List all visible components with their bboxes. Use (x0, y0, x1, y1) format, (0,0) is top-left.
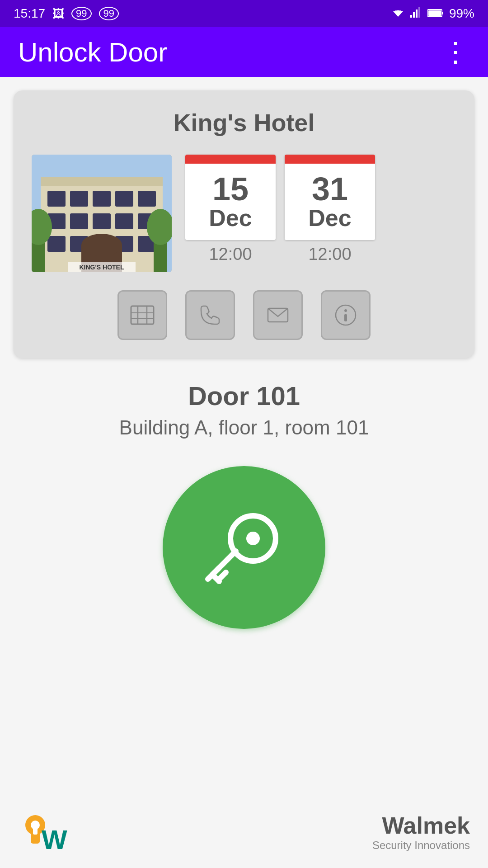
svg-rect-50 (33, 826, 38, 835)
date-card-header-checkout (285, 155, 375, 164)
svg-rect-6 (418, 7, 420, 18)
hotel-card: King's Hotel (14, 90, 474, 358)
svg-point-46 (246, 532, 260, 545)
svg-rect-14 (70, 191, 88, 207)
svg-rect-20 (93, 213, 111, 229)
footer: W Walmek Security Innovations (0, 809, 488, 854)
checkout-day: 31 (291, 173, 368, 205)
checkin-month: Dec (192, 205, 269, 231)
svg-rect-5 (416, 9, 418, 18)
dates-row: 15 Dec 31 Dec (185, 155, 375, 240)
svg-rect-36 (131, 306, 154, 324)
checkin-date-card[interactable]: 15 Dec (185, 155, 276, 240)
signal-icon (410, 6, 422, 21)
brand-tagline: Security Innovations (372, 839, 470, 852)
photo-icon: 🖼 (52, 7, 64, 21)
unlock-button-container (14, 466, 474, 629)
svg-text:W: W (42, 825, 67, 854)
date-card-body-checkout: 31 Dec (285, 164, 375, 240)
checkin-time: 12:00 (185, 245, 276, 264)
checkin-day: 15 (192, 173, 269, 205)
svg-point-29 (81, 234, 122, 256)
more-vertical-icon[interactable]: ⋮ (442, 36, 470, 68)
svg-rect-19 (70, 213, 88, 229)
status-bar-right: 99% (391, 6, 474, 21)
time-row: 12:00 12:00 (185, 245, 375, 264)
main-content: King's Hotel (0, 77, 488, 868)
battery-percent: 99% (449, 6, 474, 21)
notification-badge-2: 99 (99, 7, 119, 20)
hotel-image: KING'S HOTEL (32, 155, 172, 272)
svg-text:KING'S HOTEL: KING'S HOTEL (80, 264, 124, 271)
checkout-date-card[interactable]: 31 Dec (285, 155, 375, 240)
svg-line-45 (219, 572, 226, 579)
door-name: Door 101 (14, 381, 474, 411)
footer-logo-left: W (18, 809, 72, 854)
door-location: Building A, floor 1, room 101 (14, 416, 474, 439)
checkout-time: 12:00 (285, 245, 375, 264)
svg-rect-17 (138, 191, 156, 207)
svg-rect-4 (413, 12, 415, 18)
battery-icon (427, 6, 444, 21)
hotel-info-row: KING'S HOTEL 15 Dec (32, 155, 456, 272)
svg-point-39 (344, 309, 347, 312)
svg-rect-12 (41, 177, 163, 186)
notification-badge-1: 99 (71, 7, 91, 20)
svg-rect-8 (442, 12, 443, 14)
footer-logo-right: Walmek Security Innovations (372, 812, 470, 852)
svg-rect-16 (115, 191, 133, 207)
dates-section: 15 Dec 31 Dec 12:00 1 (185, 155, 375, 264)
hotel-name: King's Hotel (32, 108, 456, 137)
app-bar: Unlock Door ⋮ (0, 27, 488, 77)
svg-rect-13 (47, 191, 66, 207)
unlock-button[interactable] (163, 466, 325, 629)
page-title: Unlock Door (18, 37, 167, 68)
wifi-icon (391, 6, 405, 21)
date-card-header-checkin (185, 155, 276, 164)
door-info: Door 101 Building A, floor 1, room 101 (14, 381, 474, 439)
status-bar-left: 15:17 🖼 99 99 (14, 6, 119, 21)
checkout-month: Dec (291, 205, 368, 231)
status-bar: 15:17 🖼 99 99 9 (0, 0, 488, 27)
svg-rect-3 (410, 15, 412, 18)
action-icons (32, 290, 456, 340)
date-card-body-checkin: 15 Dec (185, 164, 276, 240)
svg-rect-21 (115, 213, 133, 229)
svg-rect-40 (344, 314, 347, 321)
status-time: 15:17 (14, 6, 45, 21)
svg-rect-9 (428, 10, 441, 16)
svg-rect-15 (93, 191, 111, 207)
brand-name: Walmek (382, 812, 470, 839)
map-button[interactable] (117, 290, 167, 340)
info-button[interactable] (321, 290, 371, 340)
phone-button[interactable] (185, 290, 235, 340)
email-button[interactable] (253, 290, 303, 340)
svg-rect-23 (47, 236, 66, 252)
